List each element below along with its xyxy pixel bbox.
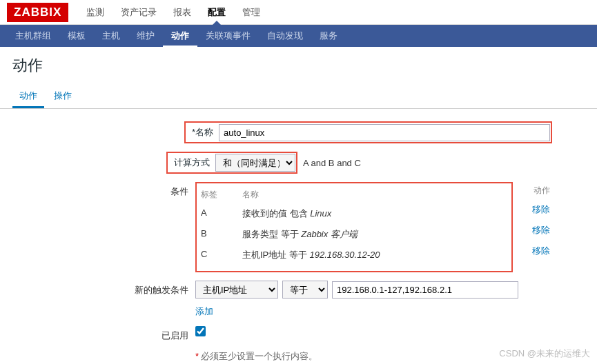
cond-label: 条件: [12, 182, 195, 198]
remove-link[interactable]: 移除: [532, 204, 550, 214]
subnav-services[interactable]: 服务: [311, 25, 346, 47]
cond-text: 服务类型 等于 Zabbix 客户端: [242, 228, 507, 241]
tab-action[interactable]: 动作: [12, 85, 44, 108]
name-label: *名称: [186, 123, 219, 141]
subnav-discovery[interactable]: 自动发现: [259, 25, 311, 47]
trigger-label: 新的触发条件: [12, 281, 195, 296]
enabled-label: 已启用: [12, 326, 195, 342]
cond-tag: C: [201, 249, 242, 261]
subnav-correlation[interactable]: 关联项事件: [197, 25, 259, 47]
name-highlight: *名称: [184, 121, 552, 143]
subnav-hostgroups[interactable]: 主机群组: [7, 25, 59, 47]
add-link[interactable]: 添加: [195, 305, 213, 318]
form: *名称 计算方式 和（同时满足） A and B and C 条件 标签: [0, 109, 597, 364]
remove-link[interactable]: 移除: [532, 225, 550, 235]
note-spacer: [12, 350, 195, 354]
calc-result: A and B and C: [303, 158, 361, 168]
trigger-type-select[interactable]: 主机IP地址: [195, 281, 278, 299]
subnav-hosts[interactable]: 主机: [94, 25, 128, 47]
cond-row: A 接收到的值 包含 Linux: [201, 203, 507, 224]
nav-config[interactable]: 配置: [199, 1, 234, 24]
subnav-maintenance[interactable]: 维护: [128, 25, 163, 47]
nav-monitor[interactable]: 监测: [78, 1, 112, 24]
calc-highlight: 计算方式 和（同时满足）: [166, 152, 297, 174]
calc-label: 计算方式: [168, 154, 215, 172]
cond-tag: A: [201, 208, 242, 220]
watermark: CSDN @未来的运维大: [499, 347, 590, 360]
cond-actions-col: 动作 移除 移除 移除: [522, 182, 550, 261]
cond-highlight: 标签 名称 A 接收到的值 包含 Linux B 服务类型 等于 Zabbix …: [195, 182, 513, 272]
top-bar: ZABBIX 监测 资产记录 报表 配置 管理: [0, 0, 597, 25]
label-wrap-name: [12, 121, 184, 125]
nav-admin[interactable]: 管理: [234, 1, 268, 24]
trigger-value-input[interactable]: [332, 281, 518, 299]
cond-tag: B: [201, 228, 242, 241]
top-nav: 监测 资产记录 报表 配置 管理: [78, 1, 268, 24]
cond-text: 主机IP地址 等于 192.168.30.12-20: [242, 249, 507, 261]
subnav-actions[interactable]: 动作: [163, 25, 197, 48]
cond-table: 标签 名称 A 接收到的值 包含 Linux B 服务类型 等于 Zabbix …: [201, 186, 507, 265]
nav-inventory[interactable]: 资产记录: [112, 1, 165, 24]
cond-row: B 服务类型 等于 Zabbix 客户端: [201, 224, 507, 245]
cond-text: 接收到的值 包含 Linux: [242, 208, 507, 220]
cond-header-action: 动作: [522, 185, 550, 196]
label-wrap-calc: [12, 152, 166, 155]
cond-header-tag: 标签: [201, 189, 242, 201]
logo[interactable]: ZABBIX: [7, 3, 68, 22]
remove-link[interactable]: 移除: [532, 245, 550, 256]
cond-header-name: 名称: [242, 189, 507, 201]
trigger-op-select[interactable]: 等于: [282, 281, 328, 299]
enabled-checkbox[interactable]: [195, 326, 206, 336]
tab-operation[interactable]: 操作: [47, 85, 79, 108]
nav-reports[interactable]: 报表: [165, 1, 199, 24]
page-title: 动作: [0, 47, 597, 85]
subnav-templates[interactable]: 模板: [59, 25, 94, 47]
tabs: 动作 操作: [0, 85, 597, 109]
calc-select[interactable]: 和（同时满足）: [215, 154, 295, 172]
sub-bar: 主机群组 模板 主机 维护 动作 关联项事件 自动发现 服务: [0, 25, 597, 47]
name-input[interactable]: [219, 124, 550, 141]
cond-row: C 主机IP地址 等于 192.168.30.12-20: [201, 245, 507, 265]
